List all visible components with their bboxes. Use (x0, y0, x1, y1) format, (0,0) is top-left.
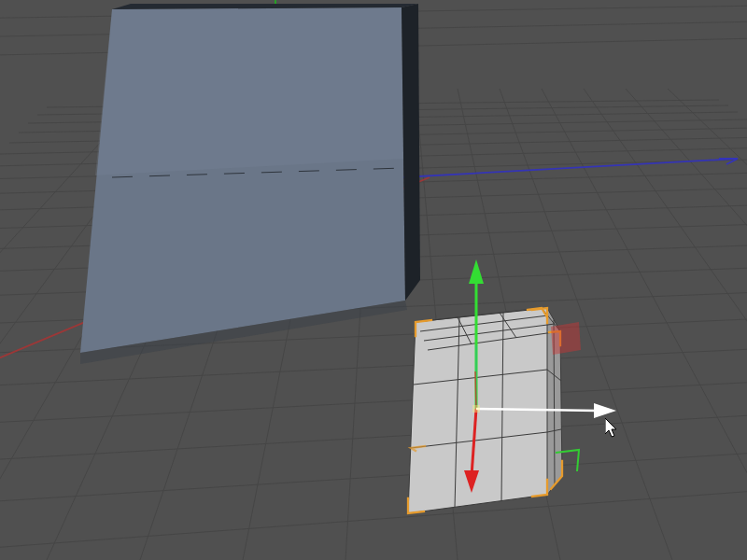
svg-line-56 (475, 371, 476, 409)
gizmo-origin[interactable] (472, 405, 480, 413)
gizmo-plane-xz[interactable] (551, 322, 581, 355)
object-cube-large[interactable] (80, 4, 420, 364)
svg-marker-38 (95, 7, 403, 175)
viewport-3d[interactable] (0, 0, 747, 560)
